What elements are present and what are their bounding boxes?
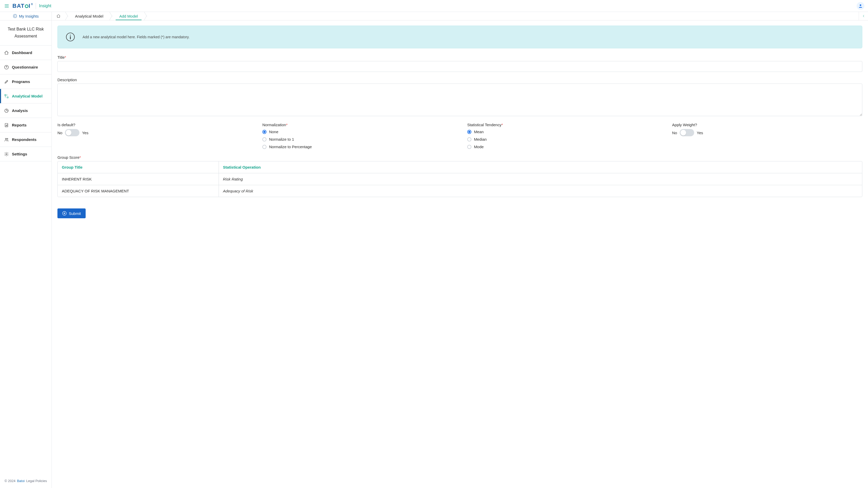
apply-weight-label: Apply Weight?: [672, 123, 862, 127]
svg-point-4: [13, 14, 17, 18]
home-icon: [4, 51, 9, 55]
is-default-toggle[interactable]: [65, 129, 80, 136]
toggle-knob-icon: [680, 130, 686, 135]
group-score-table: Group Title Statistical Operation INHERE…: [57, 161, 862, 197]
cell-stat-op: Adequacy of Risk: [219, 185, 862, 197]
field-is-default: Is default? No Yes: [57, 123, 257, 149]
required-marker: *: [80, 155, 81, 160]
chevron-left-icon: [862, 14, 865, 18]
help-icon: [4, 65, 9, 70]
radio-icon: [467, 145, 471, 149]
field-title: Title*: [57, 55, 862, 72]
breadcrumb-left: Analytical Model Add Model: [52, 12, 148, 20]
sidebar-item-analytical-model[interactable]: Analytical Model: [0, 89, 52, 103]
title-input[interactable]: [57, 61, 862, 72]
table-row: ADEQUACY OF RISK MANAGEMENT Adequacy of …: [58, 185, 862, 197]
sidebar-item-settings[interactable]: Settings: [0, 147, 52, 161]
cell-group-title: INHERENT RISK: [58, 173, 219, 185]
footer-brand-link[interactable]: Batoi: [17, 479, 25, 483]
submit-button-label: Submit: [69, 211, 81, 216]
sidebar: My Insights Test Bank LLC Risk Assessmen…: [0, 12, 52, 488]
radio-icon: [467, 137, 471, 141]
stat-tendency-label: Statistical Tendency*: [467, 123, 667, 127]
radio-icon: [467, 130, 471, 134]
toggle-yes-label: Yes: [697, 131, 703, 135]
toggle-no-label: No: [672, 131, 677, 135]
brand-product-name[interactable]: Insight: [39, 4, 51, 8]
cell-group-title: ADEQUACY OF RISK MANAGEMENT: [58, 185, 219, 197]
svg-point-12: [7, 138, 8, 139]
hamburger-menu-icon[interactable]: [5, 4, 9, 8]
brand-logo-reg: ®: [31, 3, 33, 6]
field-stat-tendency: Statistical Tendency* Mean Median: [467, 123, 667, 149]
is-default-label: Is default?: [57, 123, 257, 127]
arrow-circle-right-icon: [62, 211, 67, 216]
option-row: Is default? No Yes Normalization* N: [57, 123, 862, 149]
toggle-knob-icon: [66, 130, 71, 135]
breadcrumb-home[interactable]: [52, 12, 64, 20]
breadcrumb-separator-icon: [108, 12, 113, 20]
info-banner: Add a new analytical model here. Fields …: [57, 26, 862, 48]
toggle-no-label: No: [57, 131, 62, 135]
sidebar-item-dashboard[interactable]: Dashboard: [0, 45, 52, 60]
normalization-radio-none[interactable]: None: [262, 130, 462, 134]
brand-logo[interactable]: BAT I ®: [12, 3, 33, 9]
toggle-yes-label: Yes: [82, 131, 88, 135]
svg-point-13: [6, 154, 7, 155]
breadcrumb-collapse-button[interactable]: [859, 12, 868, 20]
brand-separator: [36, 3, 36, 9]
stat-tendency-radio-mean[interactable]: Mean: [467, 130, 667, 134]
normalization-label: Normalization*: [262, 123, 462, 127]
radio-label: Median: [474, 137, 487, 141]
submit-button[interactable]: Submit: [57, 208, 86, 218]
apply-weight-toggle[interactable]: [680, 129, 694, 136]
sidebar-item-questionnaire[interactable]: Questionnaire: [0, 60, 52, 74]
group-score-label-text: Group Score: [57, 155, 80, 160]
footer-legal[interactable]: Legal Policies: [26, 479, 47, 483]
user-avatar[interactable]: [857, 2, 864, 10]
radio-label: None: [269, 130, 278, 134]
brand-logo-text-2: I: [29, 3, 31, 9]
my-insights-link[interactable]: My Insights: [0, 12, 52, 21]
project-name: Test Bank LLC Risk Assessment: [0, 21, 52, 45]
table-header-row: Group Title Statistical Operation: [58, 161, 862, 173]
radio-label: Normalize to Percentage: [269, 144, 312, 149]
breadcrumb-label: Analytical Model: [75, 14, 103, 19]
app-header-left: BAT I ® Insight: [5, 3, 51, 9]
field-group-score: Group Score* Group Title Statistical Ope…: [57, 155, 862, 197]
sidebar-item-respondents[interactable]: Respondents: [0, 132, 52, 147]
breadcrumb-add-model[interactable]: Add Model: [113, 12, 143, 20]
normalization-radio-normalize-to-percentage[interactable]: Normalize to Percentage: [262, 144, 462, 149]
stat-tendency-radio-mode[interactable]: Mode: [467, 144, 667, 149]
sidebar-item-label: Programs: [12, 79, 30, 84]
sidebar-item-label: Reports: [12, 123, 27, 127]
info-icon: [65, 32, 75, 42]
breadcrumb-separator-icon: [143, 12, 148, 20]
svg-point-3: [860, 4, 861, 6]
normalization-radio-normalize-to-1[interactable]: Normalize to 1: [262, 137, 462, 141]
normalization-radio-list: None Normalize to 1 Normalize to Percent…: [262, 130, 462, 149]
home-icon: [56, 14, 61, 18]
apply-weight-toggle-row: No Yes: [672, 129, 862, 136]
sidebar-footer: © 2024 Batoi Legal Policies: [0, 475, 52, 488]
radio-icon: [262, 137, 267, 141]
field-description: Description: [57, 77, 862, 117]
stat-tendency-label-text: Statistical Tendency: [467, 123, 501, 127]
description-input[interactable]: [57, 84, 862, 116]
svg-rect-7: [5, 94, 6, 96]
stat-tendency-radio-median[interactable]: Median: [467, 137, 667, 141]
sidebar-item-label: Settings: [12, 152, 27, 156]
model-icon: [4, 94, 9, 99]
sidebar-item-analysis[interactable]: Analysis: [0, 103, 52, 118]
radio-icon: [262, 130, 267, 134]
sidebar-item-reports[interactable]: Reports: [0, 118, 52, 132]
breadcrumb-analytical-model[interactable]: Analytical Model: [69, 12, 108, 20]
app-header: BAT I ® Insight: [0, 0, 868, 12]
brand-logo-o-icon: [25, 4, 28, 8]
users-icon: [4, 137, 9, 142]
sidebar-item-programs[interactable]: Programs: [0, 74, 52, 89]
title-label-text: Title: [57, 55, 65, 60]
breadcrumb-bar: Analytical Model Add Model: [52, 12, 868, 21]
pie-icon: [4, 108, 9, 113]
brand-block: BAT I ® Insight: [12, 3, 51, 9]
